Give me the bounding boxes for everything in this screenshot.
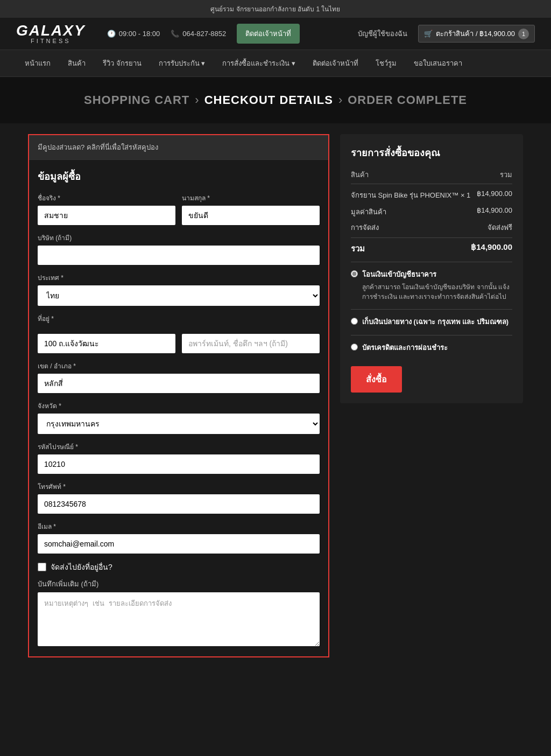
postcode-row: รหัสไปรษณีย์ * <box>38 442 320 474</box>
first-name-label: ชื่อจริง * <box>38 193 175 203</box>
subtotal-value: ฿14,900.00 <box>477 206 512 218</box>
buyer-info-title: ข้อมูลผู้ซื้อ <box>38 169 320 184</box>
address2-group <box>182 334 320 353</box>
company-input[interactable] <box>38 246 320 265</box>
steps-bar: SHOPPING CART › CHECKOUT DETAILS › ORDER… <box>0 77 551 123</box>
nav-home[interactable]: หน้าแรก <box>16 50 59 76</box>
item-name: จักรยาน Spin Bike รุ่น PHOENIX™ × 1 <box>351 190 470 201</box>
province-select[interactable]: กรุงเทพมหานคร <box>38 414 320 434</box>
top-banner: ศูนย์รวม จักรยานออกกำลังกาย อันดับ 1 ในไ… <box>0 0 551 18</box>
shipping-label: การจัดส่ง <box>351 222 379 233</box>
order-summary: รายการสั่งซื้อของคุณ สินค้า รวม จักรยาน … <box>340 134 523 403</box>
subtotal-row: มูลค่าสินค้า ฿14,900.00 <box>351 206 512 218</box>
notes-section: บันทึกเพิ่มเติม (ถ้ามี) <box>38 578 320 648</box>
ship-different-label: จัดส่งไปยังที่อยู่อื่น? <box>51 561 112 573</box>
notes-label: บันทึกเพิ่มเติม (ถ้ามี) <box>38 578 320 590</box>
header-right: บัญชีผู้ใช้ของฉัน 🛒 ตะกร้าสินค้า / ฿14,9… <box>358 25 535 43</box>
nav-products[interactable]: สินค้า <box>59 50 94 76</box>
address-row: ที่อยู่ * <box>38 313 320 326</box>
postcode-label: รหัสไปรษณีย์ * <box>38 442 320 452</box>
notes-textarea[interactable] <box>38 592 320 646</box>
last-name-input[interactable] <box>182 206 320 225</box>
name-row: ชื่อจริง * นามสกุล * <box>38 193 320 225</box>
nav-showroom[interactable]: โชว์รูม <box>367 50 405 76</box>
province-row: จังหวัด * กรุงเทพมหานคร <box>38 401 320 434</box>
email-input[interactable] <box>38 534 320 554</box>
shipping-value: จัดส่งฟรี <box>488 222 512 233</box>
logo-fitness: FITNESS <box>16 38 86 44</box>
payment-credit-content: บัตรเครดิตและการผ่อนชำระ <box>362 342 448 353</box>
district-row: เขต / อำเภอ * <box>38 361 320 393</box>
checkout-form: มีคูปองส่วนลด? คลิกที่นี่เพื่อใส่รหัสคูป… <box>28 134 329 657</box>
address-input[interactable] <box>38 334 175 353</box>
main-content: มีคูปองส่วนลด? คลิกที่นี่เพื่อใส่รหัสคูป… <box>12 123 539 679</box>
total-value: ฿14,900.00 <box>471 242 512 255</box>
district-input[interactable] <box>38 374 320 393</box>
nav-reviews[interactable]: รีวิว จักรยาน <box>94 50 150 76</box>
first-name-group: ชื่อจริง * <box>38 193 175 225</box>
email-row: อีเมล * <box>38 521 320 554</box>
company-row: บริษัท (ถ้ามี) <box>38 233 320 265</box>
nav-contact[interactable]: ติดต่อเจ้าหน้าที่ <box>304 50 367 76</box>
nav-quote[interactable]: ขอใบเสนอราคา <box>405 50 471 76</box>
summary-header: สินค้า รวม <box>351 169 512 184</box>
payment-bank-desc: ลูกค้าสามารถ โอนเงินเข้าบัญชีของบริษัท จ… <box>362 282 512 302</box>
col-total: รวม <box>500 169 512 180</box>
header-hours: 🕐 09:00 - 18:00 <box>107 30 160 38</box>
logo-galaxy: GALAXY <box>16 23 86 38</box>
payment-option-bank: โอนเงินเข้าบัญชีธนาคาร ลูกค้าสามารถ โอนเ… <box>351 269 512 302</box>
payment-radio-bank[interactable] <box>351 270 358 277</box>
item-price: ฿14,900.00 <box>477 190 512 201</box>
cart-count: 1 <box>518 29 529 39</box>
col-product: สินค้า <box>351 169 369 180</box>
divider-3 <box>351 335 512 335</box>
clock-icon: 🕐 <box>107 30 116 38</box>
address2-input[interactable] <box>182 334 320 353</box>
payment-radio-credit[interactable] <box>351 344 358 351</box>
phone-input[interactable] <box>38 494 320 514</box>
phone-label: โทรศัพท์ * <box>38 481 320 492</box>
subtotal-label: มูลค่าสินค้า <box>351 206 386 218</box>
country-group: ประเทศ * ไทย <box>38 272 320 306</box>
district-group: เขต / อำเภอ * <box>38 361 320 393</box>
cart-icon: 🛒 <box>424 30 433 38</box>
account-link[interactable]: บัญชีผู้ใช้ของฉัน <box>358 28 407 39</box>
breadcrumb: SHOPPING CART › CHECKOUT DETAILS › ORDER… <box>0 93 551 107</box>
coupon-bar[interactable]: มีคูปองส่วนลด? คลิกที่นี่เพื่อใส่รหัสคูป… <box>29 135 328 160</box>
header-phone: 📞 064-827-8852 <box>171 30 226 38</box>
payment-credit-label: บัตรเครดิตและการผ่อนชำระ <box>362 342 448 353</box>
company-label: บริษัท (ถ้ามี) <box>38 233 320 243</box>
step-cart: SHOPPING CART <box>84 93 189 107</box>
divider-1 <box>351 262 512 262</box>
cart-area[interactable]: 🛒 ตะกร้าสินค้า / ฿14,900.00 1 <box>418 25 535 43</box>
divider-2 <box>351 309 512 310</box>
buyer-info: ข้อมูลผู้ซื้อ ชื่อจริง * นามสกุล * บริษั… <box>29 160 328 656</box>
total-label: รวม <box>351 242 365 255</box>
payment-bank-label: โอนเงินเข้าบัญชีธนาคาร <box>362 269 512 280</box>
email-label: อีเมล * <box>38 521 320 531</box>
nav-warranty[interactable]: การรับประกัน ▾ <box>150 50 214 76</box>
country-label: ประเทศ * <box>38 272 320 283</box>
ship-different-row: จัดส่งไปยังที่อยู่อื่น? <box>38 561 320 573</box>
contact-button[interactable]: ติดต่อเจ้าหน้าที่ <box>237 24 300 44</box>
payment-option-credit: บัตรเครดิตและการผ่อนชำระ <box>351 342 512 353</box>
postcode-group: รหัสไปรษณีย์ * <box>38 442 320 474</box>
country-row: ประเทศ * ไทย <box>38 272 320 306</box>
phone-row: โทรศัพท์ * <box>38 481 320 514</box>
cart-label: ตะกร้าสินค้า / ฿14,900.00 <box>436 28 515 39</box>
last-name-group: นามสกุล * <box>182 193 320 225</box>
email-group: อีเมล * <box>38 521 320 554</box>
order-button[interactable]: สั่งซื้อ <box>351 366 402 393</box>
step-checkout: CHECKOUT DETAILS <box>204 93 333 107</box>
nav-order[interactable]: การสั่งซื้อและชำระเงิน ▾ <box>214 50 304 76</box>
province-group: จังหวัด * กรุงเทพมหานคร <box>38 401 320 434</box>
total-row: รวม ฿14,900.00 <box>351 237 512 255</box>
first-name-input[interactable] <box>38 206 175 225</box>
logo: GALAXY FITNESS <box>16 23 86 44</box>
postcode-input[interactable] <box>38 454 320 474</box>
shipping-row: การจัดส่ง จัดส่งฟรี <box>351 222 512 233</box>
country-select[interactable]: ไทย <box>38 285 320 306</box>
banner-text: ศูนย์รวม จักรยานออกกำลังกาย อันดับ 1 ในไ… <box>210 5 340 13</box>
ship-different-checkbox[interactable] <box>38 563 46 571</box>
payment-radio-cod[interactable] <box>351 318 358 325</box>
